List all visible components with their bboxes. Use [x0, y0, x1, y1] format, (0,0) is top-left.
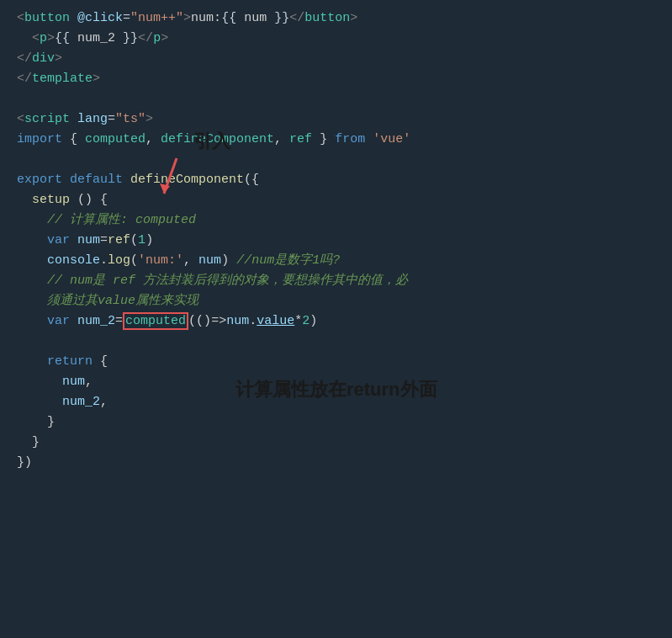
- code-line-16: var num_2=computed(()=>num.value*2): [17, 311, 655, 332]
- code-line-14: // num是 ref 方法封装后得到的对象，要想操作其中的值，必: [17, 271, 655, 291]
- code-line-15: 须通过其value属性来实现: [17, 291, 655, 311]
- code-line-1: <button @click="num++">num:{{ num }}</bu…: [17, 8, 655, 29]
- code-line-19: num,: [17, 372, 655, 392]
- code-line-10: setup () {: [17, 190, 655, 210]
- code-line-3: </div>: [17, 49, 655, 69]
- code-line-17: [17, 332, 655, 352]
- code-line-6: <script lang="ts">: [17, 109, 655, 130]
- code-line-22: }: [17, 433, 655, 453]
- code-line-8: [17, 150, 655, 170]
- code-line-7: import { computed, defineComponent, ref …: [17, 130, 655, 150]
- code-line-2: <p>{{ num_2 }}</p>: [17, 29, 655, 49]
- code-editor: <button @click="num++">num:{{ num }}</bu…: [17, 8, 655, 473]
- code-line-12: var num=ref(1): [17, 231, 655, 251]
- code-line-5: [17, 89, 655, 109]
- code-line-11: // 计算属性: computed: [17, 210, 655, 231]
- code-line-18: return {: [17, 352, 655, 372]
- code-line-20: num_2,: [17, 392, 655, 412]
- code-line-9: export default defineComponent({: [17, 170, 655, 190]
- code-line-23: }): [17, 453, 655, 473]
- code-line-21: }: [17, 412, 655, 433]
- code-line-13: console.log('num:', num) //num是数字1吗?: [17, 251, 655, 271]
- code-line-4: </template>: [17, 69, 655, 89]
